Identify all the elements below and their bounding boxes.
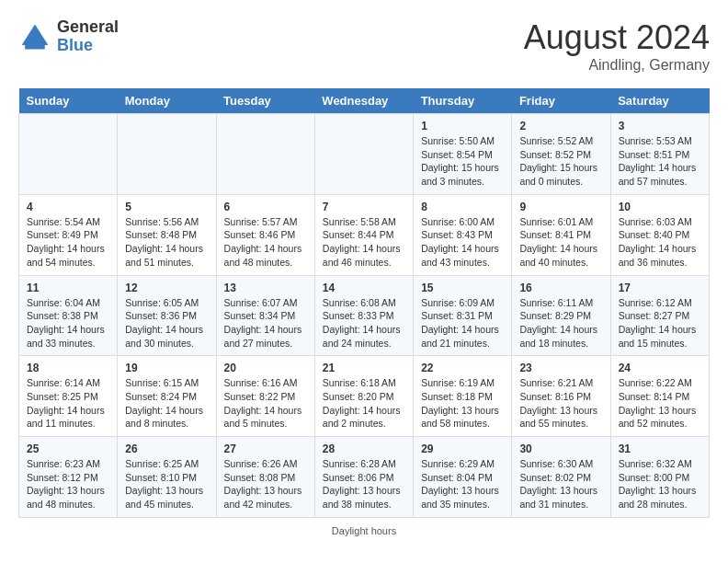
- sunrise: Sunrise: 6:07 AM: [224, 297, 298, 308]
- day-info: Sunrise: 6:22 AM Sunset: 8:14 PM Dayligh…: [619, 376, 701, 431]
- day-number: 21: [323, 362, 405, 374]
- day-number: 31: [619, 442, 701, 455]
- daylight: Daylight: 13 hours and 48 minutes.: [27, 485, 105, 510]
- calendar-cell: 5 Sunrise: 5:56 AM Sunset: 8:48 PM Dayli…: [118, 194, 216, 275]
- sunset: Sunset: 8:49 PM: [27, 229, 98, 240]
- day-number: 27: [224, 442, 307, 455]
- daylight: Daylight: 14 hours and 54 minutes.: [27, 243, 105, 268]
- calendar-cell: 26 Sunrise: 6:25 AM Sunset: 8:10 PM Dayl…: [118, 437, 216, 518]
- day-number: 16: [519, 282, 602, 294]
- sunrise: Sunrise: 5:50 AM: [421, 135, 495, 146]
- day-number: 25: [27, 442, 109, 455]
- day-info: Sunrise: 5:53 AM Sunset: 8:51 PM Dayligh…: [619, 134, 701, 189]
- sunrise: Sunrise: 6:21 AM: [519, 377, 593, 388]
- footer-note: Daylight hours: [18, 525, 710, 536]
- daylight: Daylight: 14 hours and 48 minutes.: [224, 243, 302, 268]
- day-number: 29: [421, 442, 504, 455]
- daylight: Daylight: 15 hours and 3 minutes.: [421, 162, 499, 187]
- daylight: Daylight: 13 hours and 28 minutes.: [619, 485, 697, 510]
- sunrise: Sunrise: 6:26 AM: [224, 458, 298, 469]
- calendar-cell: [19, 114, 118, 195]
- calendar-week-2: 4 Sunrise: 5:54 AM Sunset: 8:49 PM Dayli…: [19, 194, 710, 275]
- day-info: Sunrise: 6:15 AM Sunset: 8:24 PM Dayligh…: [125, 376, 208, 431]
- day-number: 15: [421, 282, 504, 294]
- calendar-cell: 1 Sunrise: 5:50 AM Sunset: 8:54 PM Dayli…: [414, 114, 512, 195]
- sunrise: Sunrise: 5:52 AM: [519, 135, 593, 146]
- day-number: 17: [619, 282, 701, 294]
- daylight: Daylight: 14 hours and 21 minutes.: [421, 324, 499, 349]
- logo: General Blue: [18, 18, 119, 55]
- daylight: Daylight: 14 hours and 18 minutes.: [519, 324, 597, 349]
- sunset: Sunset: 8:06 PM: [323, 472, 394, 483]
- header-row: Sunday Monday Tuesday Wednesday Thursday…: [19, 88, 710, 114]
- sunrise: Sunrise: 6:04 AM: [27, 297, 100, 308]
- col-sunday: Sunday: [19, 88, 118, 114]
- calendar-cell: 9 Sunrise: 6:01 AM Sunset: 8:41 PM Dayli…: [512, 194, 610, 275]
- calendar-cell: [314, 114, 413, 195]
- calendar-cell: 27 Sunrise: 6:26 AM Sunset: 8:08 PM Dayl…: [216, 437, 314, 518]
- day-number: 12: [125, 282, 208, 294]
- sunset: Sunset: 8:10 PM: [125, 472, 197, 483]
- day-info: Sunrise: 6:25 AM Sunset: 8:10 PM Dayligh…: [125, 457, 208, 511]
- daylight: Daylight: 14 hours and 15 minutes.: [619, 324, 697, 349]
- day-number: 9: [519, 201, 602, 213]
- logo-general: General: [57, 18, 119, 37]
- day-number: 26: [125, 442, 208, 455]
- day-number: 2: [519, 120, 602, 132]
- day-number: 11: [27, 282, 109, 294]
- daylight: Daylight: 14 hours and 5 minutes.: [224, 405, 302, 430]
- sunset: Sunset: 8:36 PM: [125, 310, 197, 321]
- day-info: Sunrise: 6:00 AM Sunset: 8:43 PM Dayligh…: [421, 215, 504, 270]
- daylight: Daylight: 14 hours and 33 minutes.: [27, 324, 105, 349]
- sunset: Sunset: 8:48 PM: [125, 229, 197, 240]
- sunrise: Sunrise: 6:23 AM: [27, 458, 100, 469]
- calendar-cell: 24 Sunrise: 6:22 AM Sunset: 8:14 PM Dayl…: [610, 356, 709, 437]
- sunrise: Sunrise: 5:53 AM: [619, 135, 692, 146]
- calendar-cell: 28 Sunrise: 6:28 AM Sunset: 8:06 PM Dayl…: [314, 437, 413, 518]
- sunset: Sunset: 8:31 PM: [421, 310, 493, 321]
- calendar-cell: 20 Sunrise: 6:16 AM Sunset: 8:22 PM Dayl…: [216, 356, 314, 437]
- sunset: Sunset: 8:51 PM: [619, 149, 690, 160]
- day-info: Sunrise: 6:23 AM Sunset: 8:12 PM Dayligh…: [27, 457, 109, 511]
- day-number: 23: [519, 362, 602, 374]
- col-thursday: Thursday: [414, 88, 512, 114]
- daylight: Daylight: 14 hours and 8 minutes.: [125, 405, 203, 430]
- calendar-cell: 13 Sunrise: 6:07 AM Sunset: 8:34 PM Dayl…: [216, 275, 314, 356]
- sunset: Sunset: 8:43 PM: [421, 229, 493, 240]
- sunrise: Sunrise: 6:22 AM: [619, 377, 692, 388]
- sunset: Sunset: 8:44 PM: [323, 229, 394, 240]
- day-info: Sunrise: 6:16 AM Sunset: 8:22 PM Dayligh…: [224, 376, 307, 431]
- calendar-header: Sunday Monday Tuesday Wednesday Thursday…: [19, 88, 710, 114]
- calendar-cell: 3 Sunrise: 5:53 AM Sunset: 8:51 PM Dayli…: [610, 114, 709, 195]
- calendar-week-4: 18 Sunrise: 6:14 AM Sunset: 8:25 PM Dayl…: [19, 356, 710, 437]
- sunset: Sunset: 8:25 PM: [27, 391, 98, 402]
- sunset: Sunset: 8:18 PM: [421, 391, 493, 402]
- day-number: 13: [224, 282, 307, 294]
- calendar-cell: 22 Sunrise: 6:19 AM Sunset: 8:18 PM Dayl…: [414, 356, 512, 437]
- sunrise: Sunrise: 6:09 AM: [421, 297, 495, 308]
- sunset: Sunset: 8:38 PM: [27, 310, 98, 321]
- day-number: 5: [125, 201, 208, 213]
- day-info: Sunrise: 5:54 AM Sunset: 8:49 PM Dayligh…: [27, 215, 109, 270]
- day-info: Sunrise: 6:12 AM Sunset: 8:27 PM Dayligh…: [619, 296, 701, 350]
- day-info: Sunrise: 5:56 AM Sunset: 8:48 PM Dayligh…: [125, 215, 208, 270]
- day-info: Sunrise: 6:04 AM Sunset: 8:38 PM Dayligh…: [27, 296, 109, 350]
- day-number: 28: [323, 442, 405, 455]
- sunset: Sunset: 8:22 PM: [224, 391, 296, 402]
- sunrise: Sunrise: 6:28 AM: [323, 458, 396, 469]
- calendar-week-1: 1 Sunrise: 5:50 AM Sunset: 8:54 PM Dayli…: [19, 114, 710, 195]
- daylight: Daylight: 14 hours and 46 minutes.: [323, 243, 401, 268]
- logo-icon: [18, 20, 51, 53]
- daylight: Daylight: 14 hours and 57 minutes.: [619, 162, 697, 187]
- svg-rect-1: [25, 45, 45, 50]
- day-number: 10: [619, 201, 701, 213]
- sunrise: Sunrise: 5:58 AM: [323, 216, 396, 227]
- day-info: Sunrise: 6:26 AM Sunset: 8:08 PM Dayligh…: [224, 457, 307, 511]
- calendar-cell: 30 Sunrise: 6:30 AM Sunset: 8:02 PM Dayl…: [512, 437, 610, 518]
- day-info: Sunrise: 5:57 AM Sunset: 8:46 PM Dayligh…: [224, 215, 307, 270]
- sunset: Sunset: 8:33 PM: [323, 310, 394, 321]
- sunset: Sunset: 8:08 PM: [224, 472, 296, 483]
- day-number: 22: [421, 362, 504, 374]
- sunrise: Sunrise: 6:11 AM: [519, 297, 593, 308]
- daylight: Daylight: 14 hours and 27 minutes.: [224, 324, 302, 349]
